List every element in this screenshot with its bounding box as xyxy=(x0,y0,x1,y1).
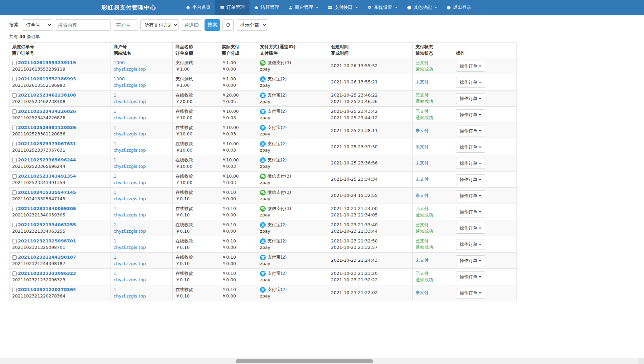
merchant-id-link[interactable]: 1 xyxy=(114,222,116,227)
row-checkbox[interactable] xyxy=(12,174,17,179)
app-title: 彩虹易支付管理中心 xyxy=(101,0,156,15)
site-domain-link[interactable]: chyzf.zzgis.top xyxy=(114,164,146,169)
site-domain-link[interactable]: chyzf.zzgis.top xyxy=(114,67,146,72)
notify-status: 通知成功 xyxy=(415,228,450,235)
order-action-button[interactable]: 操作订单 xyxy=(456,255,485,266)
site-domain-link[interactable]: chyzf.zzgis.top xyxy=(114,83,146,88)
row-checkbox[interactable] xyxy=(12,77,17,81)
nav-item-system-settings[interactable]: 系统设置 xyxy=(363,0,402,15)
system-order-link[interactable]: 2021102523373067631 xyxy=(18,141,76,147)
merchant-id-link[interactable]: 1 xyxy=(114,190,116,195)
order-action-button[interactable]: 操作订单 xyxy=(456,77,485,88)
merchant-id-link[interactable]: 1 xyxy=(114,93,116,98)
channel-id-input[interactable] xyxy=(181,19,202,31)
order-action-button[interactable]: 操作订单 xyxy=(456,109,485,120)
system-order-link[interactable]: 2021102321220278364 xyxy=(18,287,76,293)
payment-method: 微信支付(3) xyxy=(267,206,291,212)
order-action-button[interactable]: 操作订单 xyxy=(456,126,485,136)
merchant-id-link[interactable]: 1 xyxy=(114,287,116,292)
order-action-button[interactable]: 操作订单 xyxy=(456,61,485,72)
row-checkbox[interactable] xyxy=(12,93,17,98)
site-domain-link[interactable]: chyzf.zzgis.top xyxy=(114,229,146,234)
site-domain-link[interactable]: chyzf.zzgis.top xyxy=(114,277,146,282)
merchant-id-link[interactable]: 1000 xyxy=(114,60,125,65)
system-order-link[interactable]: 2021102523462238108 xyxy=(18,92,76,99)
main-nav: 平台首页 订单管理 结算管理 商户管理 支付接口 系统设置 其他功能 xyxy=(181,0,476,15)
site-domain-link[interactable]: chyzf.zzgis.top xyxy=(114,180,146,185)
row-checkbox[interactable] xyxy=(12,255,17,260)
nav-item-logout[interactable]: 退出登录 xyxy=(442,0,476,15)
system-order-link[interactable]: 2021102321244398187 xyxy=(18,254,76,261)
merchant-id-link[interactable]: 1 xyxy=(114,206,116,211)
refresh-button[interactable] xyxy=(222,19,234,31)
site-domain-link[interactable]: chyzf.zzgis.top xyxy=(114,148,146,153)
order-action-button[interactable]: 操作订单 xyxy=(456,288,485,298)
order-action-button[interactable]: 操作订单 xyxy=(456,190,485,201)
nav-item-platform-home[interactable]: 平台首页 xyxy=(181,0,215,15)
pay-type-select[interactable]: 所有支付方式 xyxy=(140,19,178,31)
nav-item-settlement-management[interactable]: 结算管理 xyxy=(249,0,284,15)
display-filter-select[interactable]: 显示全部 xyxy=(236,19,267,31)
nav-item-order-management[interactable]: 订单管理 xyxy=(215,0,249,15)
nav-item-payment-interface[interactable]: 支付接口 xyxy=(323,0,363,15)
system-order-link[interactable]: 2021102321232096323 xyxy=(18,270,76,277)
merchant-id-link[interactable]: 1000 xyxy=(114,76,125,81)
system-order-link[interactable]: 2021102321334063255 xyxy=(18,222,76,228)
system-order-link[interactable]: 2021102523343491354 xyxy=(18,173,76,180)
row-checkbox[interactable] xyxy=(12,158,17,162)
system-order-link[interactable]: 2021102523365696244 xyxy=(18,157,76,163)
order-action-button[interactable]: 操作订单 xyxy=(456,158,485,169)
site-domain-link[interactable]: chyzf.zzgis.top xyxy=(114,261,146,266)
site-domain-link[interactable]: chyzf.zzgis.top xyxy=(114,196,146,201)
nav-label: 商户管理 xyxy=(295,4,313,10)
system-order-link[interactable]: 2021102321340059305 xyxy=(18,206,76,212)
merchant-share: ￥0.03 xyxy=(222,147,254,154)
order-action-button[interactable]: 操作订单 xyxy=(456,239,485,250)
row-checkbox[interactable] xyxy=(12,271,17,276)
site-domain-link[interactable]: chyzf.zzgis.top xyxy=(114,212,146,217)
merchant-id-link[interactable]: 1 xyxy=(114,271,116,276)
merchant-id-link[interactable]: 1 xyxy=(114,125,116,130)
row-checkbox[interactable] xyxy=(12,190,17,195)
order-action-button[interactable]: 操作订单 xyxy=(456,174,485,185)
merchant-id-input[interactable] xyxy=(113,19,138,31)
system-order-link[interactable]: 2021102321325098701 xyxy=(18,238,76,244)
row-checkbox[interactable] xyxy=(12,207,17,211)
row-checkbox[interactable] xyxy=(12,126,17,130)
row-checkbox[interactable] xyxy=(12,223,17,227)
site-domain-link[interactable]: chyzf.zzgis.top xyxy=(114,245,146,250)
table-row: 2021102321334063255 2021102321334063255 … xyxy=(9,220,517,236)
system-order-link[interactable]: 2021102613553239119 xyxy=(18,60,76,66)
nav-item-other-functions[interactable]: 其他功能 xyxy=(402,0,442,15)
system-order-link[interactable]: 2021102523434226826 xyxy=(18,108,76,115)
search-type-select[interactable]: 订单号 xyxy=(22,19,52,31)
row-checkbox[interactable] xyxy=(12,142,17,146)
row-checkbox[interactable] xyxy=(12,288,17,292)
system-order-link[interactable]: 2021102613552186993 xyxy=(18,76,76,82)
merchant-id-link[interactable]: 1 xyxy=(114,141,116,146)
system-order-link[interactable]: 2021102523381120836 xyxy=(18,125,76,131)
row-checkbox[interactable] xyxy=(12,109,17,114)
site-domain-link[interactable]: chyzf.zzgis.top xyxy=(114,131,146,136)
merchant-id-link[interactable]: 1 xyxy=(114,109,116,114)
order-action-button[interactable]: 操作订单 xyxy=(456,93,485,104)
nav-item-merchant-management[interactable]: 商户管理 xyxy=(284,0,323,15)
order-action-button[interactable]: 操作订单 xyxy=(456,271,485,282)
order-action-button[interactable]: 操作订单 xyxy=(456,223,485,234)
search-button[interactable]: 搜索 xyxy=(205,19,220,31)
site-domain-link[interactable]: chyzf.zzgis.top xyxy=(114,293,146,298)
site-domain-link[interactable]: chyzf.zzgis.top xyxy=(114,99,146,104)
site-domain-link[interactable]: chyzf.zzgis.top xyxy=(114,115,146,120)
merchant-id-link[interactable]: 1 xyxy=(114,157,116,162)
merchant-id-link[interactable]: 1 xyxy=(114,174,116,179)
search-content-input[interactable] xyxy=(55,19,111,31)
system-order-link[interactable]: 2021102415325547145 xyxy=(18,189,76,196)
order-action-button[interactable]: 操作订单 xyxy=(456,207,485,217)
merchant-id-link[interactable]: 1 xyxy=(114,238,116,243)
merchant-id-link[interactable]: 1 xyxy=(114,255,116,260)
order-action-button[interactable]: 操作订单 xyxy=(456,142,485,153)
row-checkbox[interactable] xyxy=(12,239,17,243)
horizontal-scrollbar[interactable] xyxy=(0,358,638,364)
horizontal-scrollbar-thumb[interactable] xyxy=(236,359,373,363)
row-checkbox[interactable] xyxy=(12,61,17,65)
